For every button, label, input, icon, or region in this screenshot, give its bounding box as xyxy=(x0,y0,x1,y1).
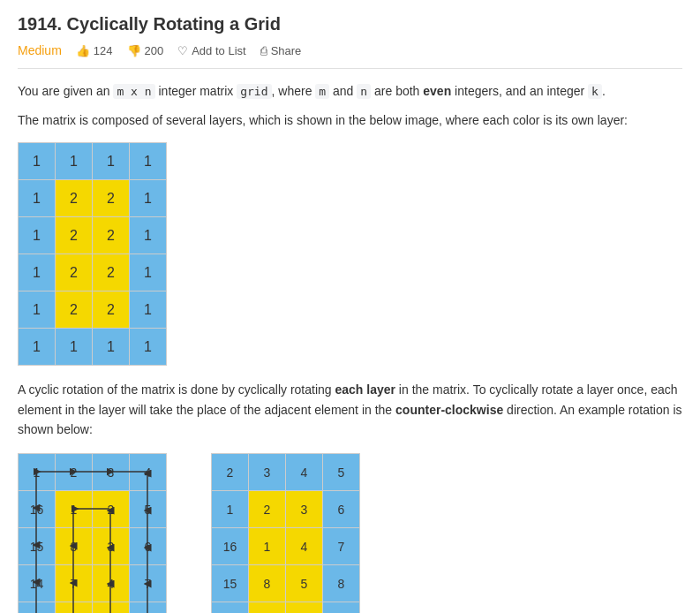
grid-cell-3-2: 4 xyxy=(93,565,130,602)
grid-cell-0-0: 1 xyxy=(19,454,56,491)
grid-cell-5-3: 1 xyxy=(130,329,167,366)
share-button[interactable]: ⎙ Share xyxy=(260,44,302,57)
code-grid: grid xyxy=(237,84,271,99)
likes-count: 124 xyxy=(94,44,113,57)
likes-button[interactable]: 👍 124 xyxy=(76,44,113,57)
grid-cell-4-2: 5 xyxy=(93,602,130,613)
grid-cell-4-1: 2 xyxy=(56,291,93,329)
grid-cell-0-1: 2 xyxy=(56,454,93,491)
after-grid: 2345123616147158581476913121110 xyxy=(211,453,360,613)
grid-cell-4-3: 9 xyxy=(323,602,360,613)
grid-cell-1-0: 1 xyxy=(19,180,56,217)
grid-cell-3-2: 5 xyxy=(286,565,323,602)
grid-cell-2-1: 8 xyxy=(56,528,93,565)
desc-text-2: integer matrix xyxy=(155,84,237,98)
grid-cell-0-1: 1 xyxy=(56,143,93,180)
before-diagram: 1234161251583614747136581211109 xyxy=(18,453,167,613)
dislikes-count: 200 xyxy=(145,44,164,57)
grid-cell-0-3: 1 xyxy=(130,143,167,180)
add-to-list-label: Add to List xyxy=(192,44,245,57)
problem-description-2: The matrix is composed of several layers… xyxy=(18,110,682,130)
grid-cell-4-3: 8 xyxy=(130,602,167,613)
grid-cell-4-3: 1 xyxy=(130,291,167,329)
code-k: k xyxy=(588,84,602,99)
grid-cell-2-0: 16 xyxy=(212,528,249,565)
code-mxn: m x n xyxy=(113,84,154,99)
grid-cell-3-0: 15 xyxy=(212,565,249,602)
thumbdown-icon: 👎 xyxy=(127,44,141,57)
rot-text-1: A cyclic rotation of the matrix is done … xyxy=(18,382,335,397)
grid-cell-3-1: 7 xyxy=(56,565,93,602)
after-diagram: 2345123616147158581476913121110 After ro… xyxy=(211,453,360,613)
grid-cell-2-3: 1 xyxy=(130,217,167,254)
grid-cell-0-3: 5 xyxy=(323,454,360,491)
grid-cell-2-0: 1 xyxy=(19,217,56,254)
grid-cell-2-1: 1 xyxy=(249,528,286,565)
rot-bold-1: each layer xyxy=(335,382,395,397)
grid-cell-4-1: 6 xyxy=(56,602,93,613)
dislikes-button[interactable]: 👎 200 xyxy=(127,44,164,57)
before-grid: 1234161251583614747136581211109 xyxy=(18,453,167,613)
grid-cell-1-3: 6 xyxy=(323,491,360,528)
grid-cell-3-2: 2 xyxy=(93,254,130,291)
diagrams-row: 1234161251583614747136581211109 xyxy=(18,453,682,613)
grid-cell-1-1: 2 xyxy=(56,180,93,217)
layer-grid: 111112211221122112211111 xyxy=(18,142,167,366)
grid-cell-4-2: 6 xyxy=(286,602,323,613)
grid-cell-4-2: 2 xyxy=(93,291,130,329)
add-to-list-button[interactable]: ♡ Add to List xyxy=(177,44,245,57)
grid-cell-2-3: 6 xyxy=(130,528,167,565)
grid-cell-4-0: 1 xyxy=(19,291,56,329)
rot-bold-2: counter-clockwise xyxy=(395,403,503,417)
grid-cell-3-0: 14 xyxy=(19,565,56,602)
grid-cell-2-1: 2 xyxy=(56,217,93,254)
grid-cell-2-2: 4 xyxy=(286,528,323,565)
share-label: Share xyxy=(271,44,302,57)
desc-text-7: . xyxy=(602,84,606,98)
grid-cell-3-3: 8 xyxy=(323,565,360,602)
grid-cell-5-0: 1 xyxy=(19,329,56,366)
grid-cell-4-0: 13 xyxy=(19,602,56,613)
grid-cell-3-3: 7 xyxy=(130,565,167,602)
layer-grid-container: 111112211221122112211111 xyxy=(18,142,682,366)
grid-cell-1-2: 2 xyxy=(93,491,130,528)
grid-cell-0-2: 3 xyxy=(93,454,130,491)
desc-text-4: and xyxy=(329,84,357,98)
grid-cell-0-2: 4 xyxy=(286,454,323,491)
grid-cell-1-3: 5 xyxy=(130,491,167,528)
grid-cell-0-0: 2 xyxy=(212,454,249,491)
grid-cell-2-2: 3 xyxy=(93,528,130,565)
page-title: 1914. Cyclically Rotating a Grid xyxy=(18,14,682,34)
heart-icon: ♡ xyxy=(177,44,188,57)
grid-cell-5-1: 1 xyxy=(56,329,93,366)
thumbup-icon: 👍 xyxy=(76,44,90,57)
grid-cell-1-2: 2 xyxy=(93,180,130,217)
before-grid-wrapper: 1234161251583614747136581211109 xyxy=(18,453,167,613)
desc-text-1: You are given an xyxy=(18,84,113,98)
grid-cell-4-0: 14 xyxy=(212,602,249,613)
grid-cell-3-3: 1 xyxy=(130,254,167,291)
grid-cell-1-0: 1 xyxy=(212,491,249,528)
grid-cell-4-1: 7 xyxy=(249,602,286,613)
grid-cell-1-1: 2 xyxy=(249,491,286,528)
grid-cell-1-1: 1 xyxy=(56,491,93,528)
grid-cell-0-2: 1 xyxy=(93,143,130,180)
grid-cell-2-3: 7 xyxy=(323,528,360,565)
grid-cell-3-0: 1 xyxy=(19,254,56,291)
grid-cell-1-2: 3 xyxy=(286,491,323,528)
grid-cell-2-2: 2 xyxy=(93,217,130,254)
grid-cell-0-1: 3 xyxy=(249,454,286,491)
grid-cell-3-1: 2 xyxy=(56,254,93,291)
grid-cell-5-2: 1 xyxy=(93,329,130,366)
grid-cell-1-3: 1 xyxy=(130,180,167,217)
code-n: n xyxy=(357,84,371,99)
rotation-description: A cyclic rotation of the matrix is done … xyxy=(18,380,682,439)
problem-description-1: You are given an m x n integer matrix gr… xyxy=(18,81,682,102)
share-icon: ⎙ xyxy=(260,44,267,57)
bold-even: even xyxy=(423,84,451,98)
grid-cell-3-1: 8 xyxy=(249,565,286,602)
desc-text-3: , where xyxy=(272,84,316,98)
desc-text-5: are both xyxy=(371,84,423,98)
grid-cell-0-3: 4 xyxy=(130,454,167,491)
difficulty-badge[interactable]: Medium xyxy=(18,43,62,57)
